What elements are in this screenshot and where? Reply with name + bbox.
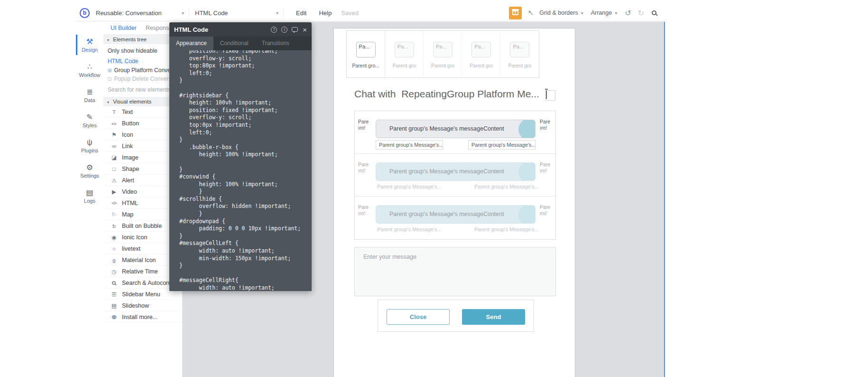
message-meta-left[interactable]: Parent group's Message's...	[377, 226, 442, 232]
sidebar-item-label: Design	[82, 47, 98, 53]
caret-down-icon: ▾	[107, 100, 109, 104]
video-icon: ▶	[110, 188, 118, 195]
message-side-label-left: Pare ıro!	[358, 161, 374, 174]
grid-borders-dropdown[interactable]: Grid & borders ▾	[539, 9, 583, 16]
message-bubble[interactable]: Parent group's Message's messageContent	[376, 205, 536, 224]
ionic-icon: ◉	[110, 234, 118, 241]
code-editor-content[interactable]: position: fixed !important; overflow-y: …	[179, 50, 312, 291]
sidebar-item-logs[interactable]: ▤ Logs	[76, 183, 103, 208]
messages-repeating-group[interactable]: Pare ıro! Parent group's Message's messa…	[354, 111, 556, 240]
group-element-icon: ⊞	[108, 68, 111, 73]
grid-borders-label: Grid & borders	[539, 9, 578, 16]
chat-heading[interactable]: Chat with RepeatingGroup Platform Me...	[354, 88, 539, 100]
action-button-group: Close Send	[378, 300, 534, 332]
sidebar-item-styles[interactable]: ✎ Styles	[76, 108, 103, 133]
edit-menu[interactable]: Edit	[296, 9, 306, 17]
design-icon: ⚒	[86, 38, 93, 46]
install-more-item[interactable]: ⊕ Install more...	[103, 311, 182, 323]
property-editor-title: HTML Code	[174, 26, 267, 33]
element-selector-dropdown[interactable]: HTML Code ▾	[195, 9, 278, 17]
message-meta-right[interactable]: Parent group's Message's...	[468, 140, 536, 150]
mode-sidebar: ⚒ Design ∴ Workflow ≣ Data ✎ Styles ψ Pl…	[76, 22, 103, 377]
palette-item-slideshow[interactable]: ▤ Slideshow	[103, 300, 182, 311]
page-selector-dropdown[interactable]: Reusable: Conversation ▾	[96, 9, 184, 17]
message-meta-left[interactable]: Parent group's Message's...	[376, 140, 443, 150]
visual-elements-title: Visual elements	[113, 99, 151, 104]
palette-item-label: livetext	[122, 245, 140, 252]
message-bubble[interactable]: Parent group's Message's messageContent	[376, 162, 536, 181]
close-button[interactable]: Close	[387, 309, 450, 325]
palette-item-label: Map	[122, 211, 133, 218]
arrange-dropdown[interactable]: Arrange ▾	[591, 9, 618, 16]
palette-item-label: HTML	[122, 200, 138, 207]
message-meta-left[interactable]: Parent group's Message's...	[377, 184, 442, 189]
code-editor[interactable]: position: fixed !important; overflow-y: …	[169, 50, 312, 291]
comment-icon[interactable]	[292, 27, 298, 32]
message-bubble-text: Parent group's Message's messageContent	[376, 120, 535, 138]
send-button[interactable]: Send	[462, 309, 525, 325]
platform-repeating-group[interactable]: Pa... Parent gro... Pa... Parent gro Pa.…	[346, 30, 539, 78]
topbar-divider	[189, 9, 189, 17]
message-input[interactable]: Enter your message	[354, 247, 556, 296]
shape-icon: □	[110, 166, 118, 172]
sidebar-item-settings[interactable]: ⚙ Settings	[76, 158, 103, 183]
search-icon[interactable]	[652, 10, 656, 15]
platform-card-label: Parent gro	[393, 63, 416, 68]
element-selector-value: HTML Code	[195, 9, 228, 17]
redo-icon[interactable]: ↻	[638, 9, 644, 18]
tab-appearance[interactable]: Appearance	[169, 37, 213, 50]
tab-transitions[interactable]: Transitions	[255, 37, 296, 50]
topbar: b Reusable: Conversation ▾ HTML Code ▾ E…	[76, 5, 665, 21]
platform-card[interactable]: Pa...	[356, 42, 376, 57]
sidebar-item-workflow[interactable]: ∴ Workflow	[76, 57, 103, 83]
sidebar-item-design[interactable]: ⚒ Design	[76, 32, 103, 57]
palette-item-label: Image	[122, 154, 139, 161]
info-icon[interactable]: i	[281, 27, 287, 33]
palette-item-label: Icon	[122, 132, 133, 138]
bubble-logo-icon[interactable]: b	[80, 8, 90, 18]
database-icon: ≣	[86, 88, 92, 96]
sidebar-item-label: Data	[84, 97, 95, 103]
message-row[interactable]: Pare ıro! Parent group's Message's messa…	[355, 197, 555, 239]
platform-card: Pa...	[395, 42, 414, 57]
gift-button[interactable]	[509, 7, 522, 19]
message-bubble[interactable]: Parent group's Message's messageContent	[376, 120, 536, 138]
message-row[interactable]: Pare ıro! Parent group's Message's messa…	[355, 154, 555, 197]
property-editor[interactable]: HTML Code ? i × Appearance Conditional T…	[169, 22, 312, 291]
close-icon[interactable]: ×	[303, 26, 307, 33]
page-conversation[interactable]: Pa... Parent gro... Pa... Parent gro Pa.…	[333, 28, 575, 377]
palette-item-label: Ionic Icon	[122, 234, 148, 241]
delete-conversation-button[interactable]	[545, 90, 555, 101]
clock-icon: ◷	[110, 268, 118, 275]
tab-ui-builder[interactable]: UI Builder	[111, 25, 137, 31]
alert-bell-icon: ⚠	[110, 177, 118, 184]
message-meta-right[interactable]: Parent group's Message's...	[474, 184, 539, 189]
palette-item-label: Built on Bubble	[122, 223, 162, 229]
message-row[interactable]: Pare ıro! Parent group's Message's messa…	[355, 111, 555, 154]
tab-conditional[interactable]: Conditional	[213, 37, 255, 50]
avatar-circle	[518, 205, 536, 224]
palette-item-label: Link	[122, 143, 133, 150]
help-icon[interactable]: ?	[271, 27, 277, 33]
saved-status: Saved	[341, 9, 359, 17]
message-meta-right[interactable]: Parent group's Message's...	[474, 226, 539, 232]
help-menu[interactable]: Help	[319, 9, 332, 17]
plug-icon: ψ	[87, 138, 92, 147]
property-editor-header[interactable]: HTML Code ? i ×	[169, 22, 312, 37]
repeating-group-cell[interactable]: Pa... Parent gro	[462, 31, 501, 77]
repeating-group-cell[interactable]: Pa... Parent gro	[385, 31, 424, 77]
sidebar-item-plugins[interactable]: ψ Plugins	[76, 133, 103, 158]
workflow-icon: ∴	[87, 63, 92, 71]
gear-icon: ⚙	[86, 163, 93, 172]
slideshow-icon: ▤	[110, 302, 118, 309]
message-side-label-right: Pare ıro!	[540, 204, 556, 217]
cursor-tool-icon[interactable]: ↖	[528, 9, 534, 17]
chevron-down-icon: ▾	[276, 10, 278, 16]
undo-icon[interactable]: ↺	[625, 9, 631, 18]
repeating-group-cell[interactable]: Pa... Parent gro...	[347, 31, 385, 77]
chevron-down-icon: ▾	[182, 10, 184, 16]
sidebar-item-data[interactable]: ≣ Data	[76, 83, 103, 108]
plus-circle-icon: ⊕	[110, 313, 118, 320]
repeating-group-cell[interactable]: Pa... Parent gro	[501, 31, 539, 77]
repeating-group-cell[interactable]: Pa... Parent gro	[424, 31, 462, 77]
